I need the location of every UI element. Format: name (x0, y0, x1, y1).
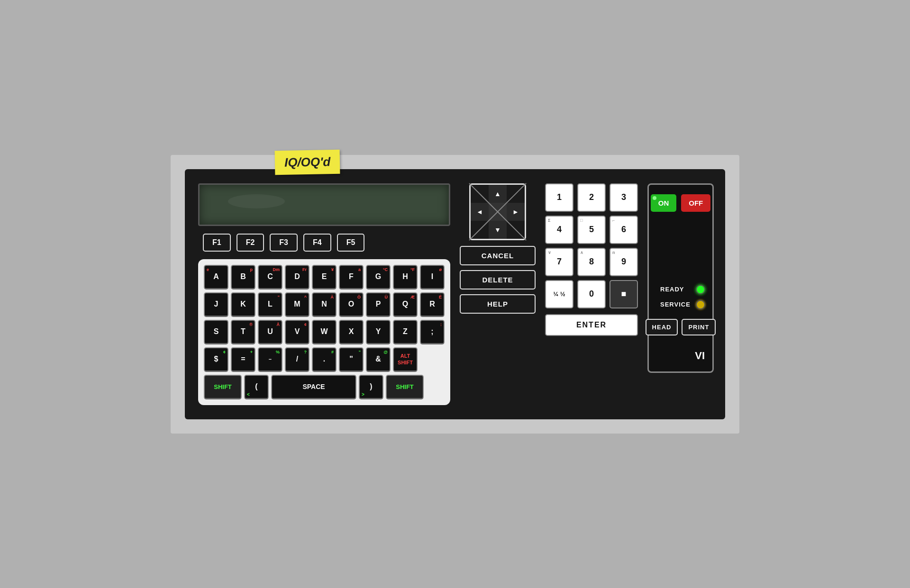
on-button[interactable]: ON (651, 194, 677, 212)
f1-key[interactable]: F1 (203, 234, 231, 252)
f5-key[interactable]: F5 (337, 234, 365, 252)
keyboard-row-3: S ®T ÅU ¢V W X Y Z :; (204, 320, 445, 344)
key-v[interactable]: ¢V (285, 320, 309, 344)
num-key-1[interactable]: 1 (545, 183, 573, 212)
middle-numpad-section: ▲ ◄ ► ▼ CANCEL DELETE HELP (460, 183, 638, 336)
key-equals[interactable]: + = (231, 347, 255, 372)
num-key-3[interactable]: 3 (610, 183, 638, 212)
key-q[interactable]: ÆQ (393, 292, 418, 317)
nav-right-button[interactable]: ► (507, 203, 525, 221)
keyboard-row-2: J K "L ^M ÄN ÖO ÜP ÆQ ÉR (204, 292, 445, 317)
left-section: F1 F2 F3 F4 F5 eA pB DmC FrD ¥E aF °CG °… (198, 183, 450, 405)
num-key-7[interactable]: ∨7 (545, 248, 573, 276)
space-key[interactable]: SPACE (271, 375, 356, 399)
print-button[interactable]: PRINT (682, 319, 716, 335)
right-panel: ON OFF READY SERVICE HEAD PRINT VI (647, 183, 714, 373)
numpad-grid: 1 2 3 Σ4 □5 ⌐6 ∨7 ∧8 n9 ¼ ½ 0 ■ (545, 183, 638, 308)
keyboard-bottom-row: SHIFT ( < SPACE ) > SHIFT (204, 375, 445, 399)
outer-frame: IQ/OQ'd F1 F2 F3 F4 F5 eA pB DmC FrD ¥E (171, 155, 739, 434)
key-semicolon[interactable]: :; (420, 320, 445, 344)
nav-up-button[interactable]: ▲ (489, 185, 507, 203)
key-a[interactable]: eA (204, 265, 228, 289)
f3-key[interactable]: F3 (270, 234, 298, 252)
key-x[interactable]: X (339, 320, 364, 344)
key-j[interactable]: J (204, 292, 228, 317)
num-key-2[interactable]: 2 (577, 183, 606, 212)
ready-label: READY (660, 286, 691, 293)
key-e[interactable]: ¥E (312, 265, 337, 289)
shift-right-key[interactable]: SHIFT (386, 375, 424, 399)
key-p[interactable]: ÜP (366, 292, 391, 317)
key-r[interactable]: ÉR (420, 292, 445, 317)
num-key-0[interactable]: 0 (577, 280, 606, 308)
control-panel: F1 F2 F3 F4 F5 eA pB DmC FrD ¥E aF °CG °… (185, 169, 725, 419)
head-print-group: HEAD PRINT (646, 319, 716, 335)
service-label: SERVICE (660, 301, 691, 308)
key-paren-open[interactable]: ( < (244, 375, 269, 399)
key-n[interactable]: ÄN (312, 292, 337, 317)
keyboard-row-4: ¢ $ + = % − ? / (204, 347, 445, 372)
key-slash[interactable]: ? / (285, 347, 309, 372)
function-keys-row: F1 F2 F3 F4 F5 (198, 234, 450, 252)
num-key-5[interactable]: □5 (577, 216, 606, 244)
key-d[interactable]: FrD (285, 265, 309, 289)
num-key-frac[interactable]: ¼ ½ (545, 280, 573, 308)
action-buttons: CANCEL DELETE HELP (460, 246, 536, 314)
key-k[interactable]: K (231, 292, 255, 317)
cancel-button[interactable]: CANCEL (460, 246, 536, 265)
shift-left-key[interactable]: SHIFT (204, 375, 242, 399)
key-t[interactable]: ®T (231, 320, 255, 344)
key-l[interactable]: "L (258, 292, 282, 317)
key-u[interactable]: ÅU (258, 320, 282, 344)
key-dollar[interactable]: ¢ $ (204, 347, 228, 372)
key-percent[interactable]: % − (258, 347, 282, 372)
f2-key[interactable]: F2 (237, 234, 264, 252)
display-screen (198, 183, 450, 226)
on-off-group: ON OFF (651, 194, 711, 212)
key-f[interactable]: aF (339, 265, 364, 289)
off-button[interactable]: OFF (681, 194, 710, 212)
num-key-stop[interactable]: ■ (610, 280, 638, 308)
help-button[interactable]: HELP (460, 294, 536, 314)
sticky-note: IQ/OQ'd (275, 149, 340, 174)
vi-label: VI (695, 350, 705, 362)
nav-left-button[interactable]: ◄ (471, 203, 489, 221)
key-w[interactable]: W (312, 320, 337, 344)
key-o[interactable]: ÖO (339, 292, 364, 317)
num-key-4[interactable]: Σ4 (545, 216, 573, 244)
delete-button[interactable]: DELETE (460, 270, 536, 289)
key-y[interactable]: Y (366, 320, 391, 344)
key-alt-shift[interactable]: ALTSHIFT (393, 347, 418, 372)
f4-key[interactable]: F4 (303, 234, 331, 252)
nav-down-button[interactable]: ▼ (489, 221, 507, 239)
num-key-9[interactable]: n9 (610, 248, 638, 276)
key-paren-close[interactable]: ) > (359, 375, 383, 399)
key-period[interactable]: # . (312, 347, 337, 372)
keyboard-area: eA pB DmC FrD ¥E aF °CG °FH øI J K "L ^M… (198, 259, 450, 405)
ready-status: READY (660, 285, 705, 294)
vi-label-container: VI (695, 350, 705, 362)
nav-and-actions: ▲ ◄ ► ▼ CANCEL DELETE HELP (460, 183, 536, 314)
key-c[interactable]: DmC (258, 265, 282, 289)
ready-led (696, 285, 705, 294)
key-z[interactable]: Z (393, 320, 418, 344)
status-group: READY SERVICE (656, 285, 705, 309)
num-key-8[interactable]: ∧8 (577, 248, 606, 276)
nav-cluster: ▲ ◄ ► ▼ (469, 183, 526, 240)
enter-button[interactable]: ENTER (545, 314, 638, 336)
sticky-text: IQ/OQ'd (284, 154, 331, 170)
service-led (696, 300, 705, 309)
key-g[interactable]: °CG (366, 265, 391, 289)
key-s[interactable]: S (204, 320, 228, 344)
key-h[interactable]: °FH (393, 265, 418, 289)
key-b[interactable]: pB (231, 265, 255, 289)
num-key-6[interactable]: ⌐6 (610, 216, 638, 244)
keyboard-row-1: eA pB DmC FrD ¥E aF °CG °FH øI (204, 265, 445, 289)
key-i[interactable]: øI (420, 265, 445, 289)
key-ampersand[interactable]: @ & (366, 347, 391, 372)
service-status: SERVICE (660, 300, 705, 309)
numpad-section: 1 2 3 Σ4 □5 ⌐6 ∨7 ∧8 n9 ¼ ½ 0 ■ ENTER (545, 183, 638, 336)
key-quote[interactable]: " " (339, 347, 364, 372)
head-button[interactable]: HEAD (646, 319, 678, 335)
key-m[interactable]: ^M (285, 292, 309, 317)
